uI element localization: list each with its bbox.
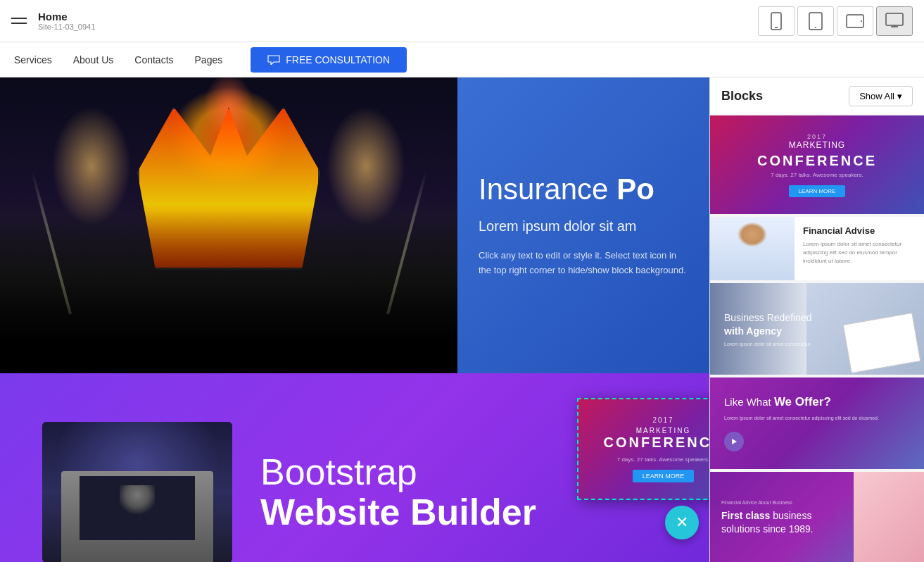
bc4-body: Lorem ipsum dolor sit amet consectetur a… bbox=[724, 415, 879, 423]
bc1-learn-more[interactable]: LEARN MORE bbox=[789, 185, 846, 197]
bc2-person bbox=[710, 217, 795, 280]
bc4-play-button[interactable] bbox=[724, 432, 744, 451]
bc3-body: Lorem ipsum dolor sit amet consectetur. bbox=[724, 342, 812, 346]
bc3-text: Business Redefinedwith Agency Lorem ipsu… bbox=[724, 311, 812, 346]
block-card-business-redefined[interactable]: Business Redefinedwith Agency Lorem ipsu… bbox=[710, 283, 924, 375]
bc5-title: First class businesssolutions since 1989… bbox=[721, 509, 842, 535]
drag-card-conference: CONFERENCE bbox=[603, 435, 709, 451]
bc2-image bbox=[710, 217, 795, 280]
laptop-image bbox=[42, 422, 232, 562]
device-desktop-button[interactable] bbox=[876, 6, 913, 36]
second-section-text: Bootstrap Website Builder bbox=[260, 452, 536, 532]
show-all-button[interactable]: Show All ▾ bbox=[849, 86, 913, 106]
sidebar-title: Blocks bbox=[721, 89, 763, 104]
site-id: Site-11-03_0941 bbox=[38, 23, 95, 31]
second-title-line1: Bootstrap bbox=[260, 451, 417, 492]
device-mobile-button[interactable] bbox=[758, 6, 795, 36]
drag-card-button[interactable]: LEARN MORE bbox=[633, 470, 695, 482]
nav-services[interactable]: Services bbox=[14, 54, 52, 65]
free-consultation-button[interactable]: FREE CONSULTATION bbox=[251, 47, 407, 73]
block-card-first-class[interactable]: Financial Advice About Business First cl… bbox=[710, 472, 924, 562]
top-bar: Home Site-11-03_0941 bbox=[0, 0, 924, 42]
crowd-silhouette bbox=[0, 211, 457, 373]
bc5-image bbox=[854, 472, 924, 562]
dropdown-icon: ▾ bbox=[897, 91, 902, 101]
chat-icon bbox=[267, 55, 280, 65]
bc5-content: Financial Advice About Business First cl… bbox=[710, 472, 854, 562]
nav-pages[interactable]: Pages bbox=[195, 54, 223, 65]
site-info: Home Site-11-03_0941 bbox=[38, 11, 95, 31]
site-title: Home bbox=[38, 11, 95, 23]
device-tablet-landscape-button[interactable] bbox=[837, 6, 873, 36]
hero-section: Insurance Po Lorem ipsum dolor sit am Cl… bbox=[0, 77, 709, 373]
bc4-title: Like What We Offer? bbox=[724, 395, 831, 409]
bc3-title: Business Redefinedwith Agency bbox=[724, 311, 812, 337]
block-card-like-what-we-offer[interactable]: Like What We Offer? Lorem ipsum dolor si… bbox=[710, 377, 924, 469]
sidebar-blocks-list: 2017 MARKETING CONFERENCE 7 days. 27 tal… bbox=[710, 115, 924, 562]
bc3-image bbox=[806, 283, 924, 375]
bc2-body: Lorem ipsum dolor sit amet consectetur a… bbox=[803, 240, 916, 266]
play-icon bbox=[730, 437, 738, 446]
bc3-notebook bbox=[843, 313, 921, 373]
laptop-screen bbox=[80, 476, 195, 540]
second-title-line2: Website Builder bbox=[260, 492, 536, 532]
block-card-marketing-conference[interactable]: 2017 MARKETING CONFERENCE 7 days. 27 tal… bbox=[710, 115, 924, 214]
laptop-person bbox=[120, 485, 154, 518]
dragging-block-card[interactable]: 2017 MARKETING CONFERENCE 7 days. 27 tal… bbox=[577, 398, 709, 500]
fab-close-button[interactable]: ✕ bbox=[665, 506, 699, 539]
bc1-conference: CONFERENCE bbox=[757, 153, 877, 169]
bc1-meta: 7 days. 27 talks. Awesome speakers. bbox=[771, 172, 863, 178]
sidebar-header: Blocks Show All ▾ bbox=[710, 77, 924, 115]
bc2-content: Financial Advise Lorem ipsum dolor sit a… bbox=[795, 217, 924, 280]
hero-body[interactable]: Click any text to edit or style it. Sele… bbox=[479, 249, 688, 278]
drag-card-year: 2017 bbox=[652, 416, 673, 424]
bc2-title: Financial Advise bbox=[803, 225, 916, 236]
nav-about[interactable]: About Us bbox=[73, 54, 114, 65]
svg-rect-6 bbox=[886, 13, 903, 25]
cta-label: FREE CONSULTATION bbox=[286, 54, 390, 65]
show-all-label: Show All bbox=[859, 91, 894, 101]
nav-contacts[interactable]: Contacts bbox=[134, 54, 173, 65]
hero-title-text: Insurance Po bbox=[479, 173, 654, 206]
canvas: Insurance Po Lorem ipsum dolor sit am Cl… bbox=[0, 77, 709, 562]
drag-card-meta: 7 days. 27 talks. Awesome speakers. bbox=[617, 456, 709, 463]
drag-card-marketing: MARKETING bbox=[636, 427, 690, 435]
second-title[interactable]: Bootstrap Website Builder bbox=[260, 452, 536, 532]
device-tablet-button[interactable] bbox=[797, 6, 834, 36]
svg-marker-9 bbox=[732, 439, 737, 444]
bc1-year: 2017 bbox=[807, 133, 827, 140]
hero-subtitle[interactable]: Lorem ipsum dolor sit am bbox=[479, 218, 688, 235]
block-card-financial-advise[interactable]: Financial Advise Lorem ipsum dolor sit a… bbox=[710, 217, 924, 280]
hero-image-left bbox=[0, 77, 457, 373]
bc5-small-text: Financial Advice About Business bbox=[721, 500, 842, 505]
device-selector bbox=[758, 6, 913, 36]
main-area: Insurance Po Lorem ipsum dolor sit am Cl… bbox=[0, 77, 924, 562]
bc1-marketing: MARKETING bbox=[789, 140, 845, 150]
hero-content-right: Insurance Po Lorem ipsum dolor sit am Cl… bbox=[457, 77, 709, 373]
hero-title[interactable]: Insurance Po bbox=[479, 173, 688, 206]
blocks-sidebar: Blocks Show All ▾ 2017 MARKETING CONFERE… bbox=[709, 77, 924, 562]
laptop-body bbox=[61, 471, 213, 562]
hamburger-button[interactable] bbox=[11, 18, 27, 24]
nav-bar: Services About Us Contacts Pages FREE CO… bbox=[0, 42, 924, 77]
close-icon: ✕ bbox=[676, 513, 688, 532]
